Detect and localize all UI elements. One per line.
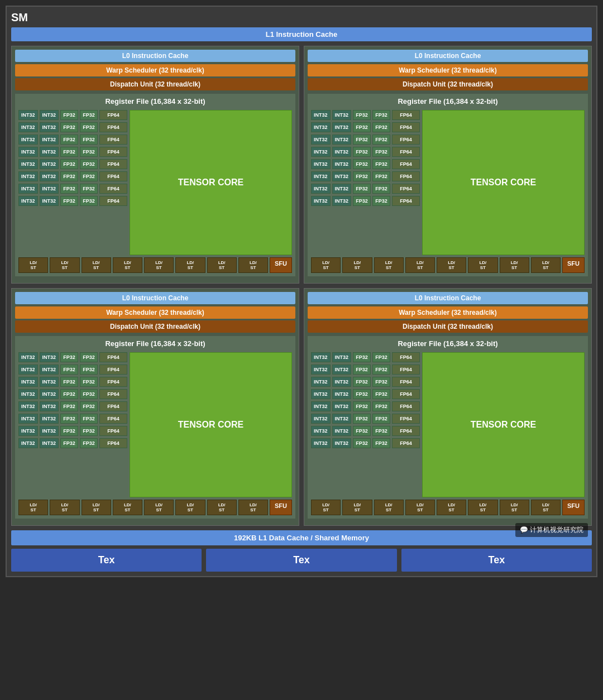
int32-unit: INT32 <box>40 147 59 157</box>
warp-scheduler-tr: Warp Scheduler (32 thread/clk) <box>308 64 588 76</box>
fp32-unit: FP32 <box>80 365 98 375</box>
dispatch-unit-bl: Dispatch Unit (32 thread/clk) <box>15 320 295 333</box>
int32-unit: INT32 <box>332 365 352 375</box>
fp32-unit: FP32 <box>353 171 371 181</box>
ld-st-unit: LD/ST <box>207 500 237 515</box>
int32-unit: INT32 <box>18 122 38 132</box>
ld-st-unit: LD/ST <box>18 500 48 515</box>
int32-unit: INT32 <box>311 147 331 157</box>
int32-unit: INT32 <box>18 147 38 157</box>
register-file-label-br: Register File (16,384 x 32-bit) <box>311 339 585 348</box>
alu-row: INT32INT32FP32FP32FP64 <box>18 110 127 120</box>
fp32-unit: FP32 <box>80 147 98 157</box>
fp32-unit: FP32 <box>353 414 371 424</box>
sub-sm-top-right: L0 Instruction Cache Warp Scheduler (32 … <box>304 46 592 284</box>
l1-instruction-cache: L1 Instruction Cache <box>11 27 592 41</box>
fp32-unit: FP32 <box>372 122 390 132</box>
fp32-unit: FP32 <box>372 414 390 424</box>
int32-unit: INT32 <box>311 365 331 375</box>
ld-st-unit: LD/ST <box>207 257 237 273</box>
alu-row: INT32INT32FP32FP32FP64 <box>311 365 420 375</box>
fp32-unit: FP32 <box>60 196 78 206</box>
fp32-unit: FP32 <box>80 135 98 145</box>
int32-unit: INT32 <box>40 110 59 120</box>
tex-unit-3: Tex <box>401 549 592 572</box>
register-file-label-bl: Register File (16,384 x 32-bit) <box>18 339 292 348</box>
l0-cache-tr: L0 Instruction Cache <box>308 50 588 62</box>
fp32-unit: FP32 <box>372 438 390 448</box>
int32-unit: INT32 <box>40 426 59 436</box>
compute-area-bl: INT32INT32FP32FP32FP64 INT32INT32FP32FP3… <box>18 352 292 497</box>
fp32-unit: FP32 <box>372 184 390 194</box>
dispatch-unit-tr: Dispatch Unit (32 thread/clk) <box>308 78 588 90</box>
alu-row: INT32INT32FP32FP32FP64 <box>311 377 420 387</box>
alu-row: INT32INT32FP32FP32FP64 <box>18 426 127 436</box>
sub-sm-bottom-right: L0 Instruction Cache Warp Scheduler (32 … <box>304 288 592 526</box>
fp32-unit: FP32 <box>353 196 371 206</box>
int32-unit: INT32 <box>18 110 38 120</box>
int32-unit: INT32 <box>40 171 59 181</box>
fp32-unit: FP32 <box>60 184 78 194</box>
ld-st-unit: LD/ST <box>175 500 205 515</box>
int32-unit: INT32 <box>332 184 352 194</box>
ld-st-unit: LD/ST <box>238 257 268 273</box>
ld-st-unit: LD/ST <box>144 257 174 273</box>
ld-st-unit: LD/ST <box>374 500 404 515</box>
int32-unit: INT32 <box>311 377 331 387</box>
int32-unit: INT32 <box>40 438 59 448</box>
watermark: 💬 计算机视觉研究院 <box>515 523 588 537</box>
fp32-unit: FP32 <box>80 196 98 206</box>
ld-st-unit: LD/ST <box>437 500 466 515</box>
fp32-unit: FP32 <box>60 352 78 362</box>
l0-cache-tl: L0 Instruction Cache <box>15 50 295 62</box>
fp64-unit: FP64 <box>99 401 127 411</box>
int32-unit: INT32 <box>311 184 331 194</box>
fp32-unit: FP32 <box>353 352 371 362</box>
int32-unit: INT32 <box>18 184 38 194</box>
fp64-unit: FP64 <box>99 377 127 387</box>
fp32-unit: FP32 <box>353 159 371 169</box>
ld-st-unit: LD/ST <box>531 257 561 273</box>
l0-cache-br: L0 Instruction Cache <box>308 292 588 304</box>
int32-unit: INT32 <box>332 426 352 436</box>
int32-unit: INT32 <box>40 135 59 145</box>
ld-st-unit: LD/ST <box>531 500 561 515</box>
bottom-section: 192KB L1 Data Cache / Shared Memory Tex … <box>11 530 592 572</box>
int32-unit: INT32 <box>332 196 352 206</box>
fp32-unit: FP32 <box>60 159 78 169</box>
sm-label: SM <box>11 11 592 24</box>
int32-unit: INT32 <box>332 110 352 120</box>
int32-unit: INT32 <box>332 401 352 411</box>
alu-row: INT32INT32FP32FP32FP64 <box>311 122 420 132</box>
ld-st-unit: LD/ST <box>468 257 497 273</box>
int32-unit: INT32 <box>18 196 38 206</box>
fp64-unit: FP64 <box>392 414 420 424</box>
int32-unit: INT32 <box>40 196 59 206</box>
fp32-unit: FP32 <box>60 414 78 424</box>
int32-unit: INT32 <box>40 159 59 169</box>
ld-st-unit: LD/ST <box>405 257 435 273</box>
fp64-unit: FP64 <box>392 365 420 375</box>
int32-unit: INT32 <box>311 135 331 145</box>
alu-row: INT32INT32FP32FP32FP64 <box>311 389 420 399</box>
int32-unit: INT32 <box>40 401 59 411</box>
fp32-unit: FP32 <box>80 401 98 411</box>
fp32-unit: FP32 <box>80 389 98 399</box>
alu-row: INT32INT32FP32FP32FP64 <box>311 352 420 362</box>
fp32-unit: FP32 <box>80 171 98 181</box>
ld-st-unit: LD/ST <box>342 257 372 273</box>
int32-unit: INT32 <box>332 352 352 362</box>
fp32-unit: FP32 <box>372 401 390 411</box>
fp32-unit: FP32 <box>80 122 98 132</box>
ld-st-unit: LD/ST <box>50 500 79 515</box>
fp64-unit: FP64 <box>99 184 127 194</box>
int32-unit: INT32 <box>332 438 352 448</box>
ld-st-unit: LD/ST <box>374 257 404 273</box>
fp64-unit: FP64 <box>392 352 420 362</box>
ld-st-unit: LD/ST <box>113 257 142 273</box>
fp32-unit: FP32 <box>60 365 78 375</box>
fp64-unit: FP64 <box>99 352 127 362</box>
fp64-unit: FP64 <box>99 414 127 424</box>
ld-st-unit: LD/ST <box>500 257 529 273</box>
fp32-unit: FP32 <box>60 389 78 399</box>
